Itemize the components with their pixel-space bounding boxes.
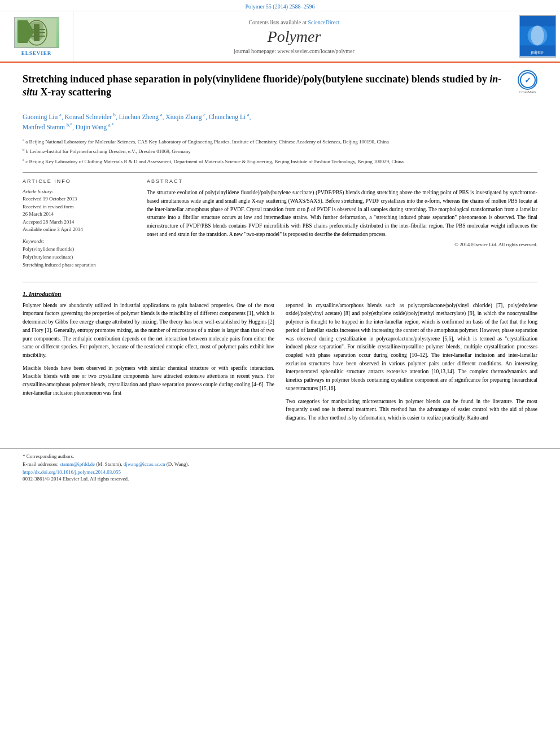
footer-emails: E-mail addresses: stamm@ipfdd.de (M. Sta… bbox=[23, 461, 537, 467]
page: Polymer 55 (2014) 2588–2596 ELSEVIER bbox=[0, 0, 560, 747]
affiliations-block: a a Beijing National Laboratory for Mole… bbox=[23, 137, 537, 166]
copyright-line: © 2014 Elsevier Ltd. All rights reserved… bbox=[147, 242, 537, 247]
abstract-col: ABSTRACT The structure evolution of poly… bbox=[147, 178, 537, 274]
keyword-2: Poly(butylene succinate) bbox=[23, 253, 135, 261]
svg-text:✓: ✓ bbox=[524, 76, 531, 85]
keyword-1: Poly(vinylidene fluoride) bbox=[23, 245, 135, 253]
intro-two-col: Polymer blends are abundantly utilized i… bbox=[23, 302, 537, 427]
article-info-label: ARTICLE INFO bbox=[23, 178, 135, 184]
divider bbox=[23, 172, 537, 173]
footer-issn: 0032-3861/© 2014 Elsevier Ltd. All right… bbox=[23, 476, 537, 482]
intro-para-2: Miscible blends have been observed in po… bbox=[23, 364, 274, 397]
svg-text:polymer: polymer bbox=[530, 49, 544, 53]
intro-heading: 1. Introduction bbox=[23, 290, 537, 297]
article-history-block: Article history: Received 19 October 201… bbox=[23, 189, 135, 234]
received-revised-label: Received in revised form bbox=[23, 203, 135, 211]
article-info-col: ARTICLE INFO Article history: Received 1… bbox=[23, 178, 135, 274]
article-title: Stretching induced phase separation in p… bbox=[23, 73, 509, 99]
keywords-label: Keywords: bbox=[23, 238, 135, 244]
abstract-text: The structure evolution of poly(vinylide… bbox=[147, 189, 537, 238]
journal-header: ELSEVIER Contents lists available at Sci… bbox=[0, 11, 560, 63]
top-bar: Polymer 55 (2014) 2588–2596 bbox=[0, 0, 560, 11]
affiliation-b: b b Leibniz-Institut für Polymerforschun… bbox=[23, 147, 537, 156]
elsevier-logo: ELSEVIER bbox=[14, 17, 59, 56]
keyword-3: Stretching induced phase separation bbox=[23, 261, 135, 269]
svg-rect-5 bbox=[28, 36, 45, 37]
introduction-section: 1. Introduction Polymer blends are abund… bbox=[23, 290, 537, 427]
accepted-date: Accepted 28 March 2014 bbox=[23, 219, 135, 226]
authors-line: Guoming Liu a, Konrad Schneider b, Liuch… bbox=[23, 112, 537, 133]
doi-link[interactable]: http://dx.doi.org/10.1016/j.polymer.2014… bbox=[23, 469, 537, 475]
wang-name: D. Wang bbox=[168, 461, 186, 467]
info-abstract-section: ARTICLE INFO Article history: Received 1… bbox=[23, 178, 537, 274]
received-revised-date: 26 March 2014 bbox=[23, 211, 135, 219]
history-label: Article history: bbox=[23, 189, 135, 194]
science-direct-text: Contents lists available at ScienceDirec… bbox=[248, 19, 339, 25]
journal-cover-image: polymer bbox=[515, 11, 560, 62]
crossmark-label: CrossMark bbox=[518, 90, 537, 94]
intro-para-1: Polymer blends are abundantly utilized i… bbox=[23, 302, 274, 360]
received-date: Received 19 October 2013 bbox=[23, 195, 135, 203]
elsevier-brand-text: ELSEVIER bbox=[21, 50, 52, 56]
journal-reference: Polymer 55 (2014) 2588–2596 bbox=[245, 3, 314, 10]
email-stamm[interactable]: stamm@ipfdd.de bbox=[60, 461, 95, 467]
affiliation-a: a a Beijing National Laboratory for Mole… bbox=[23, 137, 537, 146]
journal-cover: polymer bbox=[519, 15, 556, 58]
crossmark-icon[interactable]: ✓ bbox=[518, 70, 537, 90]
keywords-list: Poly(vinylidene fluoride) Poly(butylene … bbox=[23, 245, 135, 269]
content-area: Stretching induced phase separation in p… bbox=[0, 63, 560, 437]
journal-title: Polymer bbox=[268, 28, 321, 46]
journal-homepage: journal homepage: www.elsevier.com/locat… bbox=[234, 48, 355, 54]
intro-para-3: reported in crystalline/amorphous blends… bbox=[286, 302, 537, 393]
crossmark-badge-section: ✓ CrossMark bbox=[518, 70, 537, 94]
footer: * Corresponding authors. E-mail addresse… bbox=[0, 448, 560, 486]
footer-corresponding: * Corresponding authors. bbox=[23, 453, 537, 459]
elsevier-logo-section: ELSEVIER bbox=[0, 11, 73, 62]
available-date: Available online 3 April 2014 bbox=[23, 226, 135, 234]
email-wang[interactable]: djwang@iccas.ac.cn bbox=[124, 461, 165, 467]
affiliation-c: c c Beijing Key Laboratory of Clothing M… bbox=[23, 157, 537, 166]
stamm-name: M. Stamm bbox=[98, 461, 119, 467]
svg-rect-3 bbox=[28, 29, 45, 30]
abstract-label: ABSTRACT bbox=[147, 178, 537, 184]
divider-2 bbox=[23, 282, 537, 282]
journal-center-header: Contents lists available at ScienceDirec… bbox=[73, 11, 515, 62]
svg-rect-4 bbox=[28, 32, 45, 33]
intro-col-left: Polymer blends are abundantly utilized i… bbox=[23, 302, 274, 427]
science-direct-link[interactable]: ScienceDirect bbox=[308, 19, 339, 25]
svg-point-9 bbox=[531, 26, 544, 46]
intro-para-4: Two categories for manipulating microstr… bbox=[286, 397, 537, 422]
keywords-block: Keywords: Poly(vinylidene fluoride) Poly… bbox=[23, 238, 135, 269]
elsevier-logo-image bbox=[14, 17, 59, 48]
intro-col-right: reported in crystalline/amorphous blends… bbox=[286, 302, 537, 427]
